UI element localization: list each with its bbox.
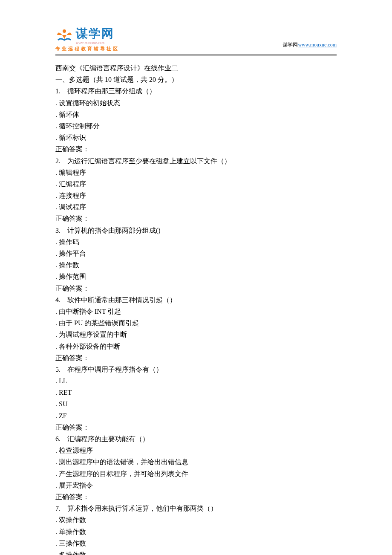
option-line: . 连接程序 (55, 190, 337, 201)
header-divider (55, 55, 337, 55)
option-line: . 操作范围 (55, 271, 337, 282)
logo-title: 谋学网 (76, 26, 114, 42)
logo-block: 谋学网 www.mouxue.com 专业远程教育辅导社区 (55, 26, 119, 52)
page-header: 谋学网 www.mouxue.com 专业远程教育辅导社区 谋学网www.mou… (55, 26, 337, 52)
option-line: . 循环标识 (55, 132, 337, 143)
question-line: 6. 汇编程序的主要功能有（） (55, 433, 337, 445)
option-line: . 多操作数 (55, 549, 337, 555)
question-number: 1. (55, 87, 67, 95)
question-line: 7. 算术指令用来执行算术运算，他们中有那两类（） (55, 503, 337, 514)
question-line: 3. 计算机的指令由那两部分组成() (55, 225, 337, 236)
option-line: . 调试程序 (55, 201, 337, 213)
question-number: 6. (55, 435, 67, 442)
question-line: 5. 在程序中调用子程序指令有（） (55, 364, 337, 375)
option-line: . 设置循环的初始状态 (55, 97, 337, 109)
header-right: 谋学网www.mouxue.com (282, 41, 337, 52)
question-number: 3. (55, 227, 67, 234)
doc-title: 西南交《汇编语言程序设计》在线作业二 (55, 62, 337, 74)
option-line: . 操作平台 (55, 248, 337, 259)
answer-label: 正确答案： (55, 352, 337, 364)
answer-label: 正确答案： (55, 283, 337, 294)
option-line: . 循环体 (55, 109, 337, 120)
question-text: 计算机的指令由那两部分组成() (67, 227, 161, 234)
question-line: 1. 循环程序由那三部分组成（） (55, 85, 337, 97)
option-line: . 为调试程序设置的中断 (55, 329, 337, 340)
option-line: . RET (55, 387, 337, 398)
section-heading: 一、多选题（共 10 道试题，共 20 分。） (55, 74, 337, 85)
header-right-prefix: 谋学网 (282, 42, 298, 48)
answer-label: 正确答案： (55, 491, 337, 503)
question-text: 算术指令用来执行算术运算，他们中有那两类（） (67, 505, 217, 512)
questions-container: 1. 循环程序由那三部分组成（）. 设置循环的初始状态. 循环体. 循环控制部分… (55, 85, 337, 555)
option-line: . ZF (55, 410, 337, 422)
svg-point-0 (63, 29, 66, 33)
question-text: 循环程序由那三部分组成（） (67, 87, 156, 95)
option-line: . 操作数 (55, 259, 337, 271)
option-line: . 由中断指令 INT 引起 (55, 306, 337, 317)
option-line: . 由于 PU 的某些错误而引起 (55, 317, 337, 329)
option-line: . 双操作数 (55, 514, 337, 526)
option-line: . 三操作数 (55, 538, 337, 549)
option-line: . 测出源程序中的语法错误，并给出出错信息 (55, 456, 337, 468)
answer-label: 正确答案： (55, 422, 337, 433)
question-text: 汇编程序的主要功能有（） (67, 435, 149, 442)
logo-top: 谋学网 www.mouxue.com (55, 26, 119, 45)
option-line: . SU (55, 398, 337, 410)
document-content: 西南交《汇编语言程序设计》在线作业二 一、多选题（共 10 道试题，共 20 分… (55, 62, 337, 555)
answer-label: 正确答案： (55, 213, 337, 224)
option-line: . 汇编程序 (55, 178, 337, 190)
option-line: . 操作码 (55, 236, 337, 248)
option-line: . 各种外部设备的中断 (55, 341, 337, 352)
question-text: 软件中断通常由那三种情况引起（） (67, 296, 176, 304)
option-line: . 单操作数 (55, 526, 337, 538)
option-line: . 编辑程序 (55, 167, 337, 178)
logo-text-block: 谋学网 www.mouxue.com (76, 26, 114, 45)
question-number: 4. (55, 296, 67, 304)
question-text: 为运行汇编语言程序至少要在磁盘上建立以下文件（） (67, 157, 231, 165)
option-line: . 展开宏指令 (55, 480, 337, 491)
option-line: . 循环控制部分 (55, 120, 337, 132)
logo-subtitle: 专业远程教育辅导社区 (55, 46, 119, 52)
answer-label: 正确答案： (55, 143, 337, 155)
option-line: . LL (55, 375, 337, 387)
option-line: . 检查源程序 (55, 445, 337, 456)
question-number: 2. (55, 157, 67, 165)
option-line: . 产生源程序的目标程序，并可给出列表文件 (55, 468, 337, 480)
question-number: 7. (55, 505, 67, 512)
logo-icon (55, 27, 73, 43)
logo-small-url: www.mouxue.com (76, 41, 114, 45)
question-number: 5. (55, 366, 67, 373)
question-line: 4. 软件中断通常由那三种情况引起（） (55, 294, 337, 306)
question-line: 2. 为运行汇编语言程序至少要在磁盘上建立以下文件（） (55, 155, 337, 167)
question-text: 在程序中调用子程序指令有（） (67, 366, 163, 373)
header-link[interactable]: www.mouxue.com (298, 42, 337, 48)
document-page: 谋学网 www.mouxue.com 专业远程教育辅导社区 谋学网www.mou… (0, 0, 392, 555)
